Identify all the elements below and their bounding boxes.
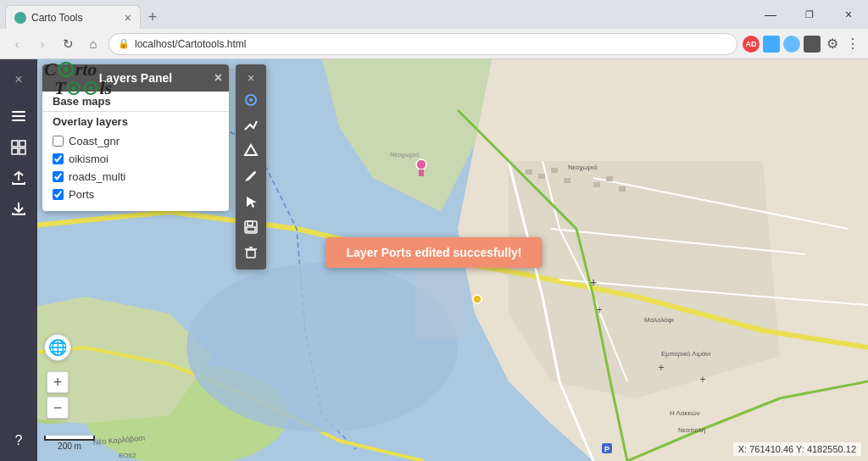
layer-item-oikismoi[interactable]: oikismoi	[53, 153, 219, 165]
settings-icon[interactable]: ⚙	[824, 36, 841, 53]
layer-list: Coast_gnr oikismoi roads_multi Ports	[42, 131, 229, 211]
maximize-button[interactable]: ❐	[790, 0, 829, 29]
layers-toggle-button[interactable]	[5, 103, 32, 131]
layer-checkbox-coast[interactable]	[53, 136, 64, 147]
layer-checkbox-roads[interactable]	[53, 171, 64, 182]
svg-rect-32	[12, 141, 18, 147]
svg-rect-9	[593, 182, 600, 187]
lock-icon: 🔒	[118, 38, 130, 49]
grid-button[interactable]	[5, 134, 32, 161]
base-maps-section[interactable]: Base maps	[42, 92, 229, 111]
svg-rect-5	[526, 169, 532, 175]
svg-marker-38	[245, 145, 257, 155]
address-text: localhost/Cartotools.html	[135, 38, 246, 50]
line-tool-button[interactable]	[239, 114, 263, 137]
panel-header: Layers Panel ×	[42, 64, 229, 92]
svg-rect-7	[551, 168, 558, 173]
adblock-icon[interactable]: AD	[743, 36, 760, 53]
svg-text:+: +	[699, 374, 705, 386]
select-tool-button[interactable]	[239, 88, 263, 112]
extension-icon-3[interactable]	[804, 36, 821, 53]
layer-name-roads: roads_multi	[69, 170, 125, 183]
tab-close-button[interactable]: ×	[125, 12, 131, 24]
polygon-tool-button[interactable]	[239, 139, 263, 163]
zoom-in-button[interactable]: +	[47, 371, 69, 393]
globe-button[interactable]: 🌐	[44, 334, 71, 361]
home-button[interactable]: ⌂	[83, 34, 103, 54]
svg-rect-11	[619, 186, 626, 192]
right-tool-panel: ×	[236, 64, 266, 269]
toolbar-close-button[interactable]: ×	[5, 66, 32, 93]
svg-rect-41	[248, 221, 253, 225]
svg-text:Νεοχωριό: Νεοχωριό	[568, 164, 598, 171]
svg-rect-30	[12, 115, 25, 117]
map-area[interactable]: + + + + Νέο Καρλόβασι EO62 Μαλολόφι Εμπο…	[0, 59, 868, 461]
svg-text:P: P	[604, 445, 609, 453]
layer-name-coast: Coast_gnr	[69, 135, 120, 147]
extension-icon-1[interactable]	[763, 36, 780, 53]
overlay-layers-label: Overlay layers	[42, 112, 229, 131]
save-tool-button[interactable]	[239, 215, 263, 239]
minimize-button[interactable]: —	[751, 0, 790, 29]
toast-message: Layer Ports edited succesfully!	[347, 246, 522, 259]
panel-close-button[interactable]: ×	[214, 70, 222, 86]
svg-text:Νεοχωριό: Νεοχωριό	[390, 151, 420, 158]
layer-name-oikismoi: oikismoi	[69, 153, 108, 165]
svg-text:Νεαπολή: Νεαπολή	[678, 426, 705, 434]
toast-notification: Layer Ports edited succesfully!	[326, 237, 542, 268]
svg-rect-33	[19, 141, 25, 147]
layers-panel: Layers Panel × Base maps Overlay layers …	[42, 64, 229, 211]
edit-tool-button[interactable]	[239, 164, 263, 188]
new-tab-button[interactable]: +	[141, 5, 164, 29]
svg-rect-29	[12, 111, 25, 113]
svg-point-12	[416, 159, 426, 169]
delete-tool-button[interactable]	[239, 241, 263, 264]
svg-rect-8	[564, 178, 570, 183]
layer-checkbox-oikismoi[interactable]	[53, 153, 64, 164]
close-button[interactable]: ×	[829, 0, 868, 29]
scale-label: 200 m	[58, 442, 81, 451]
svg-point-37	[249, 98, 253, 102]
svg-text:+: +	[658, 362, 664, 374]
layer-item-coast[interactable]: Coast_gnr	[53, 135, 219, 147]
svg-text:EO62: EO62	[119, 452, 136, 459]
right-panel-close-button[interactable]: ×	[246, 69, 256, 86]
svg-rect-10	[606, 176, 613, 181]
forward-button[interactable]: ›	[32, 34, 53, 54]
svg-point-14	[473, 295, 481, 303]
layer-item-roads[interactable]: roads_multi	[53, 170, 219, 183]
navigation-bar: ‹ › ↻ ⌂ 🔒 localhost/Cartotools.html AD ⚙…	[0, 29, 868, 59]
tab-title: Carto Tools	[31, 12, 120, 24]
extension-icon-2[interactable]	[783, 36, 800, 53]
svg-marker-39	[247, 197, 257, 208]
svg-text:+: +	[590, 275, 597, 289]
browser-tab[interactable]: Carto Tools ×	[5, 5, 141, 29]
arrow-tool-button[interactable]	[239, 190, 263, 214]
coordinates-display: X: 761410.46 Y: 4182550.12	[733, 442, 861, 456]
svg-rect-6	[538, 174, 545, 179]
map-controls: 🌐 + −	[44, 334, 71, 419]
menu-icon[interactable]: ⋮	[844, 36, 861, 53]
svg-rect-4	[415, 271, 466, 339]
panel-title: Layers Panel	[99, 71, 172, 85]
tab-favicon	[14, 12, 26, 24]
svg-rect-43	[247, 250, 255, 258]
layer-checkbox-ports[interactable]	[53, 189, 64, 200]
svg-rect-42	[247, 227, 255, 231]
svg-text:Η Λακκών: Η Λακκών	[670, 409, 700, 417]
svg-text:Μαλολόφι: Μαλολόφι	[644, 316, 674, 324]
svg-text:Εμπορικό Λιμάνι: Εμπορικό Λιμάνι	[661, 350, 711, 358]
layer-item-ports[interactable]: Ports	[53, 188, 219, 201]
browser-nav-icons: AD ⚙ ⋮	[743, 36, 861, 53]
download-button[interactable]	[5, 195, 32, 222]
svg-text:+: +	[596, 304, 602, 316]
address-bar[interactable]: 🔒 localhost/Cartotools.html	[108, 33, 737, 55]
svg-rect-34	[12, 148, 18, 154]
help-button[interactable]: ?	[5, 427, 32, 454]
refresh-button[interactable]: ↻	[58, 34, 78, 54]
upload-button[interactable]	[5, 164, 32, 192]
zoom-out-button[interactable]: −	[47, 397, 69, 419]
svg-rect-13	[419, 169, 424, 176]
back-button[interactable]: ‹	[7, 34, 27, 54]
left-toolbar: × ?	[0, 59, 37, 461]
